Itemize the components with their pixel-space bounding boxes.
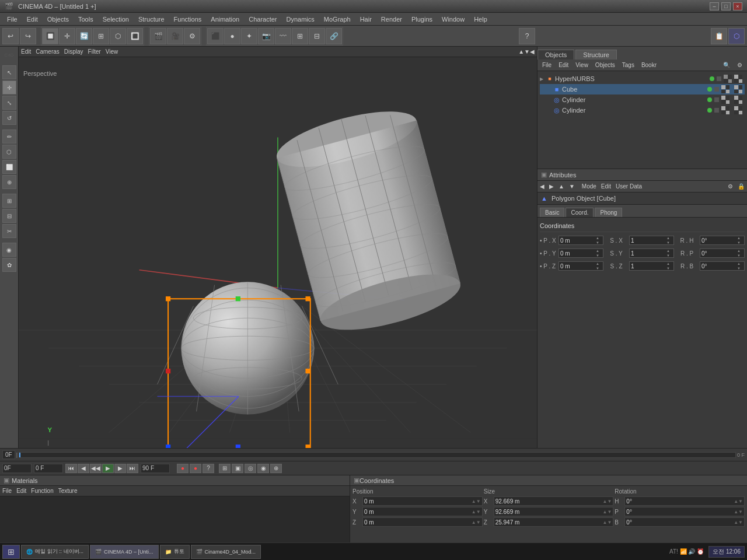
coord-rp-field[interactable]: 0° ▲▼: [700, 249, 745, 258]
attr-mode-label[interactable]: Mode: [582, 183, 596, 190]
menu-help[interactable]: Help: [469, 15, 492, 24]
scale-tool-button[interactable]: ⤡: [2, 96, 16, 110]
extra-btn4[interactable]: ◉: [257, 464, 269, 473]
pos-y-field[interactable]: 0 m ▲▼: [362, 507, 483, 516]
obj-bookr-menu[interactable]: Bookr: [639, 61, 659, 69]
timeline-frame-display[interactable]: 0F: [2, 450, 15, 459]
select-tool-button[interactable]: ↖: [2, 65, 16, 79]
magnet-tool-button[interactable]: ◉: [2, 243, 16, 257]
play-forward-button[interactable]: ▶: [102, 464, 114, 473]
structure-tab[interactable]: Structure: [575, 50, 617, 60]
menu-render[interactable]: Render: [376, 15, 407, 24]
model-mode-button[interactable]: 🔲: [42, 28, 58, 44]
mat-function-menu[interactable]: Function: [31, 488, 53, 494]
close-button[interactable]: ×: [733, 2, 742, 10]
obj-file-menu[interactable]: File: [540, 61, 554, 69]
knife-tool-button[interactable]: ✂: [2, 224, 16, 238]
select-button[interactable]: 🔳: [127, 28, 143, 44]
taskbar-c4d-mod[interactable]: 🎬 Ciname4D_04_Mod...: [191, 545, 261, 559]
attr-nav-prev[interactable]: ◀: [540, 183, 544, 190]
rot-h-field[interactable]: 0° ▲▼: [624, 496, 745, 506]
go-end-button[interactable]: ⏭: [127, 464, 138, 473]
attr-nav-next[interactable]: ▶: [549, 183, 554, 190]
obj-view-menu[interactable]: View: [573, 61, 591, 69]
tree-row-hypernurbs[interactable]: ▶ ■ HyperNURBS: [540, 74, 745, 84]
hypernurbs-button[interactable]: ⊟: [309, 28, 325, 44]
menu-hair[interactable]: Hair: [355, 15, 376, 24]
start-frame-field[interactable]: 0 F: [34, 464, 63, 473]
menu-character[interactable]: Character: [244, 15, 281, 24]
cube-tool-button[interactable]: ⬛: [207, 28, 224, 44]
attr-tab-coord[interactable]: Coord.: [566, 208, 594, 217]
workhorse-button[interactable]: ⊞: [93, 28, 109, 44]
attr-userdata-label[interactable]: User Data: [616, 183, 642, 190]
attr-nav-up[interactable]: ▲: [558, 183, 564, 190]
menu-edit[interactable]: Edit: [22, 15, 43, 24]
undo-button[interactable]: ↩: [2, 28, 19, 44]
size-z-field[interactable]: 25.947 m ▲▼: [494, 517, 614, 527]
start-button[interactable]: ⊞: [2, 545, 20, 559]
brush-tool-button[interactable]: ✿: [2, 258, 16, 272]
help-button[interactable]: ?: [519, 28, 535, 44]
menu-file[interactable]: File: [2, 15, 22, 24]
rotate-tool-button[interactable]: ↺: [2, 111, 16, 125]
draw-tool-button[interactable]: ✏: [2, 130, 16, 144]
coord-sx-field[interactable]: 1 ▲▼: [629, 236, 674, 245]
timeline-bar[interactable]: 1U 2U 3U 4U 5U 6U 7U 8U 9U: [19, 452, 736, 458]
pos-z-field[interactable]: 0 m ▲▼: [362, 517, 483, 527]
obj-edit-menu[interactable]: Edit: [556, 61, 571, 69]
render-active-button[interactable]: 🎬: [150, 28, 166, 44]
end-frame-field[interactable]: 90 F: [141, 464, 170, 473]
minimize-button[interactable]: –: [710, 2, 719, 10]
canvas-area[interactable]: Perspective: [19, 57, 537, 448]
render-settings-button[interactable]: ⚙: [184, 28, 200, 44]
objects-tab[interactable]: Objects: [537, 50, 574, 60]
obj-objects-menu[interactable]: Objects: [593, 61, 617, 69]
obj-tags-menu[interactable]: Tags: [620, 61, 637, 69]
menu-structure[interactable]: Structure: [134, 15, 169, 24]
point-tool-button[interactable]: ⊕: [2, 175, 16, 189]
maximize-button[interactable]: □: [721, 2, 731, 10]
pos-x-field[interactable]: 0 m ▲▼: [362, 496, 483, 506]
mat-texture-menu[interactable]: Texture: [58, 488, 78, 494]
taskbar-browser[interactable]: 🌐 메일 읽기 :: 네이버...: [21, 545, 89, 559]
sphere-tool-button[interactable]: ●: [224, 28, 240, 44]
mat-edit-menu[interactable]: Edit: [16, 488, 26, 494]
play-back-button[interactable]: ◀◀: [90, 464, 102, 473]
size-y-field[interactable]: 92.669 m ▲▼: [494, 507, 614, 516]
coord-sz-field[interactable]: 1 ▲▼: [629, 261, 674, 271]
viewport-cameras[interactable]: Cameras: [36, 48, 60, 55]
extra-btn2[interactable]: ▣: [232, 464, 243, 473]
attr-tab-basic[interactable]: Basic: [540, 208, 564, 217]
menu-animation[interactable]: Animation: [206, 15, 244, 24]
key-all-button[interactable]: ?: [203, 464, 214, 473]
extra-btn1[interactable]: ⊞: [219, 464, 231, 473]
poly-pen-button[interactable]: ⬡: [2, 145, 16, 159]
tree-row-cylinder1[interactable]: ◎ Cylinder: [540, 94, 745, 105]
array-button[interactable]: ⊞: [292, 28, 308, 44]
light-button[interactable]: ✦: [241, 28, 257, 44]
menu-objects[interactable]: Objects: [43, 15, 74, 24]
mat-file-menu[interactable]: File: [2, 488, 12, 494]
coord-rb-field[interactable]: 0° ▲▼: [700, 261, 745, 271]
attr-lock-icon[interactable]: 🔒: [738, 183, 745, 190]
menu-mograph[interactable]: MoGraph: [319, 15, 355, 24]
viewport-view[interactable]: View: [106, 48, 118, 55]
material-manager-button[interactable]: ⬡: [728, 28, 745, 44]
go-start-button[interactable]: ⏮: [65, 464, 77, 473]
menu-plugins[interactable]: Plugins: [407, 15, 437, 24]
coord-sy-field[interactable]: 1 ▲▼: [629, 249, 674, 258]
attr-edit-label[interactable]: Edit: [601, 183, 611, 190]
obj-search-icon[interactable]: 🔍: [721, 61, 732, 69]
rot-p-field[interactable]: 0° ▲▼: [624, 507, 745, 516]
taskbar-cinema4d[interactable]: 🎬 CINEMA 4D – [Unti...: [90, 545, 159, 559]
extra-btn3[interactable]: ◎: [245, 464, 256, 473]
loop-tool-button[interactable]: ⊞: [2, 194, 16, 208]
redo-button[interactable]: ↪: [20, 28, 36, 44]
record-button[interactable]: ●: [177, 464, 189, 473]
axis-mode-button[interactable]: ⬡: [110, 28, 126, 44]
move-tool-button[interactable]: ✛: [2, 80, 16, 94]
render-view-button[interactable]: 🎥: [167, 28, 183, 44]
next-frame-button[interactable]: ▶: [114, 464, 126, 473]
coord-py-field[interactable]: 0 m ▲▼: [558, 249, 603, 258]
